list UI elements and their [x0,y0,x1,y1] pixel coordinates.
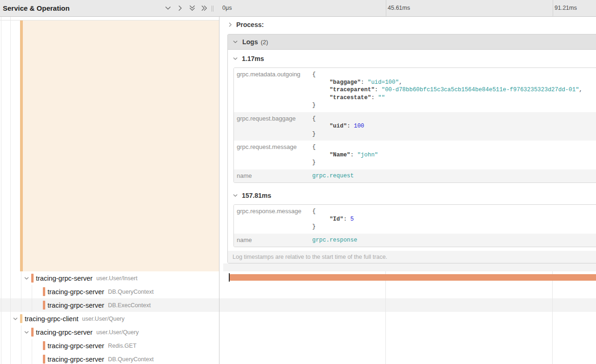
field-key: grpc.metadata.outgoing [234,68,308,112]
tree-guide-line [10,339,11,352]
process-label: Process: [236,21,264,28]
key-value-row: grpc.response.message{ "Id": 5 } [234,205,596,234]
ruler-tick-line [386,0,386,16]
service-operation-header: Service & Operation [0,0,219,16]
span-row[interactable]: tracing-grpc-serverDB.ExecContext [0,298,596,312]
tree-guide-line [1,352,1,364]
span-timeline-cell[interactable] [219,312,596,325]
trace-timeline-view: Service & Operation 0μs 45. [0,0,596,364]
span-name-cell[interactable]: tracing-grpc-serverRedis.GET [0,339,219,352]
tree-guide-line [10,271,11,285]
double-chevron-right-icon[interactable] [200,5,208,12]
log-entry-header[interactable]: 157.81ms [228,187,596,204]
field-key: name [234,169,308,183]
span-service-name: tracing-grpc-server [48,342,104,350]
span-name-cell[interactable]: tracing-grpc-serverDB.ExecContext [0,298,219,312]
span-service-name: tracing-grpc-server [36,329,93,336]
span-row[interactable]: tracing-grpc-serveruser.User/Insert [0,271,596,285]
span-timeline-cell[interactable] [219,352,596,364]
tree-guide-line [1,298,1,312]
span-name-cell[interactable]: tracing-grpc-serveruser.User/Insert [0,271,219,285]
log-entry-header[interactable]: 1.17ms [228,50,596,67]
tree-guide-line [1,312,1,325]
key-value-row: namegrpc.response [234,234,596,247]
span-row[interactable]: tracing-grpc-serverRedis.GET [0,339,596,352]
chevron-down-icon[interactable] [24,330,29,335]
span-labels: tracing-grpc-clientuser.User/Query [25,312,124,325]
span-name-cell[interactable]: tracing-grpc-serveruser.User/Query [0,325,219,339]
logs-count: (2) [260,39,268,46]
tree-guide-line [21,298,21,312]
collapse-controls [164,0,208,16]
span-duration-bar[interactable] [229,274,596,281]
span-row[interactable]: tracing-grpc-serverDB.QueryContext [0,352,596,364]
field-key: name [234,234,308,247]
chevron-down-icon [233,193,238,198]
span-labels: tracing-grpc-serverDB.QueryContext [48,285,154,298]
selected-span-highlight [23,20,219,271]
detail-row-bottom [219,263,596,271]
column-resizer-grip[interactable] [212,5,215,12]
span-labels: tracing-grpc-serveruser.User/Query [36,325,139,339]
span-name-cell[interactable]: tracing-grpc-clientuser.User/Query [0,312,219,325]
field-value: grpc.request [308,169,596,183]
chevron-down-icon [233,56,238,61]
tree-guide-line [1,339,1,352]
service-operation-title: Service & Operation [3,0,69,16]
span-timeline-cell[interactable] [219,339,596,352]
field-key: grpc.response.message [234,205,308,234]
field-value: { "Name": "john" } [308,141,596,169]
chevron-down-icon[interactable] [13,316,18,322]
span-timeline-cell[interactable] [219,325,596,339]
span-row[interactable]: tracing-grpc-serveruser.User/Query [0,325,596,339]
tree-guide-line [10,17,11,271]
tree-guide-line [10,325,11,339]
key-value-table: grpc.response.message{ "Id": 5 }namegrpc… [233,204,596,247]
span-timeline-cell[interactable] [219,298,596,312]
panel-divider[interactable] [219,17,219,364]
tree-guide-line [21,352,21,364]
double-chevron-down-icon[interactable] [188,5,196,12]
tree-guide-line [21,271,21,285]
selected-span-row-left[interactable] [0,17,219,271]
ruler-tick-line [553,0,553,16]
tree-guide-line [1,271,1,285]
span-color-bar [43,341,45,350]
key-value-row: namegrpc.request [234,169,596,183]
ruler-tick-label: 45.61ms [388,0,410,16]
span-timeline-cell[interactable] [219,271,596,285]
key-value-row: grpc.metadata.outgoing{ "baggage": "uid=… [234,68,596,112]
chevron-right-icon[interactable] [176,5,184,12]
logs-accordion-header[interactable]: Logs (2) [228,34,596,50]
tree-guide-line [32,352,32,364]
chevron-down-icon[interactable] [24,276,29,281]
logs-footer-note: Log timestamps are relative to the start… [228,251,596,263]
span-operation-name: Redis.GET [108,343,137,349]
span-name-cell[interactable]: tracing-grpc-serverDB.QueryContext [0,285,219,298]
span-operation-name: user.User/Query [96,329,139,336]
span-name-cell[interactable]: tracing-grpc-serverDB.QueryContext [0,352,219,364]
span-color-bar [43,355,45,364]
tree-guide-line [1,285,1,298]
log-timestamp: 157.81ms [242,192,271,199]
field-value: { "Id": 5 } [308,205,596,234]
field-key: grpc.request.message [234,141,308,169]
span-timeline-cell[interactable] [219,285,596,298]
logs-accordion: Logs (2) 1.17msgrpc.metadata.outgoing{ "… [227,34,596,263]
tree-guide-line [1,325,1,339]
span-service-name: tracing-grpc-server [48,356,104,363]
span-operation-name: DB.ExecContext [108,302,151,309]
span-row[interactable]: tracing-grpc-clientuser.User/Query [0,312,596,325]
tree-guide-line [10,352,11,364]
span-service-name: tracing-grpc-server [48,302,104,309]
span-operation-name: DB.QueryContext [108,289,154,295]
span-operation-name: user.User/Query [82,316,124,322]
span-operation-name: user.User/Insert [96,275,137,282]
tree-guide-line [32,285,32,298]
chevron-down-icon[interactable] [164,5,171,12]
span-service-name: tracing-grpc-server [48,288,104,296]
span-service-name: tracing-grpc-server [36,275,93,282]
tree-guide-line [10,285,11,298]
process-accordion[interactable]: Process: [227,20,596,30]
span-row[interactable]: tracing-grpc-serverDB.QueryContext [0,285,596,298]
